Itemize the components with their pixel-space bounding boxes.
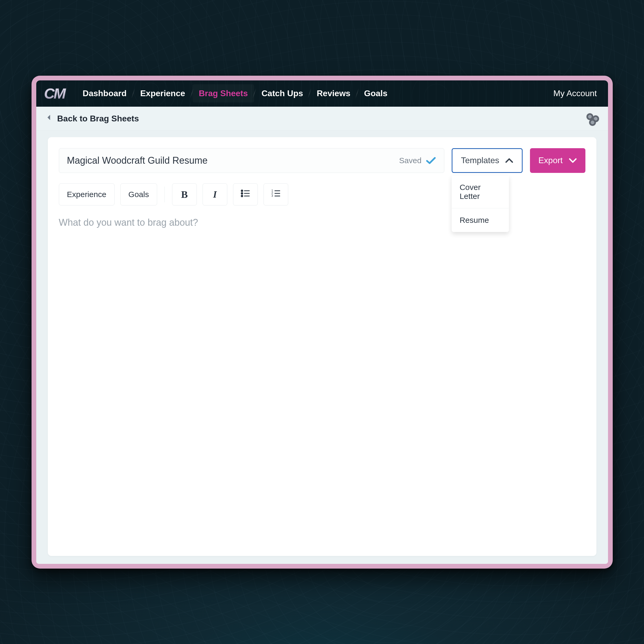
bold-icon: B xyxy=(181,189,188,200)
back-button[interactable]: Back to Brag Sheets xyxy=(45,114,139,123)
settings-button[interactable] xyxy=(586,113,599,124)
templates-label: Templates xyxy=(461,156,499,165)
numbered-list-icon: 1 2 3 xyxy=(271,188,281,200)
nav-reviews[interactable]: Reviews xyxy=(310,84,357,102)
save-status: Saved xyxy=(399,156,421,165)
back-label: Back to Brag Sheets xyxy=(57,114,139,123)
bullet-list-button[interactable] xyxy=(233,183,258,205)
insert-experience-button[interactable]: Experience xyxy=(59,183,115,205)
chevron-down-icon xyxy=(569,156,577,165)
gear-icon xyxy=(589,119,596,126)
editor-area[interactable]: What do you want to brag about? xyxy=(59,217,585,545)
subheader: Back to Brag Sheets xyxy=(36,107,608,131)
chevron-left-icon xyxy=(45,114,53,123)
nav-brag-sheets[interactable]: Brag Sheets xyxy=(193,84,254,102)
export-label: Export xyxy=(538,156,563,165)
top-nav: CM Dashboard Experience Brag Sheets Catc… xyxy=(36,80,608,107)
templates-button[interactable]: Templates xyxy=(452,148,523,173)
italic-button[interactable]: I xyxy=(203,183,227,205)
check-icon xyxy=(426,155,436,166)
app-window: CM Dashboard Experience Brag Sheets Catc… xyxy=(36,80,608,564)
nav-list: Dashboard Experience Brag Sheets Catch U… xyxy=(76,84,545,102)
bullet-list-icon xyxy=(240,188,251,200)
svg-point-4 xyxy=(241,195,243,197)
toolbar-divider xyxy=(164,187,165,202)
nav-goals[interactable]: Goals xyxy=(358,84,394,102)
templates-control: Templates Cover Letter Resume xyxy=(452,148,523,173)
svg-text:3: 3 xyxy=(271,194,273,197)
bold-button[interactable]: B xyxy=(172,183,197,205)
my-account[interactable]: My Account xyxy=(553,89,600,98)
canvas: Magical Woodcraft Guild Resume Saved Tem… xyxy=(36,131,608,564)
numbered-list-button[interactable]: 1 2 3 xyxy=(264,183,288,205)
svg-point-0 xyxy=(241,190,243,192)
editor-card: Magical Woodcraft Guild Resume Saved Tem… xyxy=(48,137,596,556)
nav-catch-ups[interactable]: Catch Ups xyxy=(255,84,309,102)
title-row: Magical Woodcraft Guild Resume Saved Tem… xyxy=(59,148,585,173)
insert-goals-button[interactable]: Goals xyxy=(120,183,157,205)
window-frame: CM Dashboard Experience Brag Sheets Catc… xyxy=(32,76,613,569)
svg-point-2 xyxy=(241,193,243,194)
template-resume[interactable]: Resume xyxy=(452,208,509,232)
nav-experience[interactable]: Experience xyxy=(134,84,192,102)
document-title-input[interactable]: Magical Woodcraft Guild Resume Saved xyxy=(59,148,445,173)
chevron-up-icon xyxy=(505,156,513,165)
italic-icon: I xyxy=(213,189,217,200)
templates-dropdown: Cover Letter Resume xyxy=(452,176,509,232)
nav-dashboard[interactable]: Dashboard xyxy=(76,84,133,102)
logo: CM xyxy=(44,85,68,102)
template-cover-letter[interactable]: Cover Letter xyxy=(452,176,509,208)
export-button[interactable]: Export xyxy=(530,148,585,173)
document-title-text: Magical Woodcraft Guild Resume xyxy=(67,155,208,166)
